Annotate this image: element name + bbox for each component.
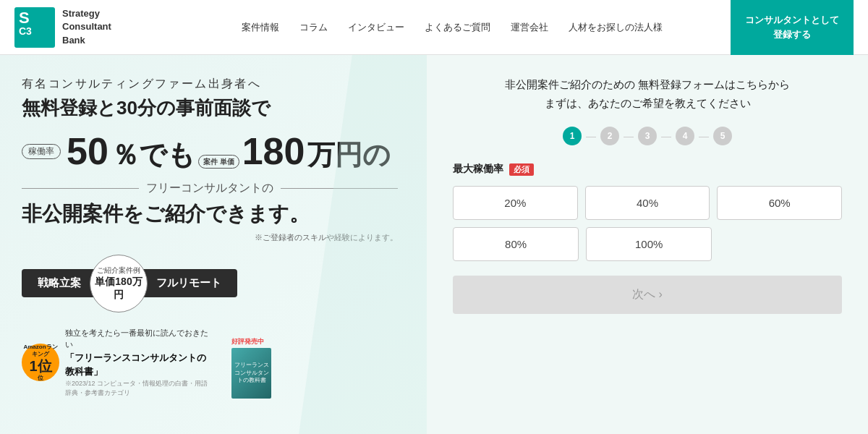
option-40[interactable]: 40% xyxy=(585,186,710,220)
step-4[interactable]: 4 xyxy=(676,127,694,145)
form-intro: 非公開案件ご紹介のための 無料登録フォームはこちらから まずは、あなたのご希望を… xyxy=(453,75,842,112)
option-buttons-row1: 20% 40% 60% xyxy=(453,186,842,220)
book-note: ※2023/12 コンピュータ・情報処理の白書・用語辞典・参考書カテゴリ xyxy=(65,379,210,399)
logo[interactable]: S C3 Strategy Consultant Bank xyxy=(14,7,174,48)
hero-numbers: 50 ％でも 案件 単価 180 万円の xyxy=(67,129,391,174)
book-intro: 独立を考えたら一番最初に読んでおきたい 「フリーランスコンサルタントの教科書」 … xyxy=(65,327,210,399)
step-2[interactable]: 2 xyxy=(600,127,619,145)
step-dash-1: — xyxy=(586,130,596,142)
step-5[interactable]: 5 xyxy=(713,127,732,145)
header-cta-button[interactable]: コンサルタントとして 登録する xyxy=(731,0,854,55)
hero-tagline-top: 有名コンサルティングファーム出身者へ xyxy=(22,77,398,92)
required-badge: 必須 xyxy=(509,163,534,176)
option-20[interactable]: 20% xyxy=(453,186,578,220)
option-60[interactable]: 60% xyxy=(717,186,842,220)
book-title: 「フリーランスコンサルタントの教科書」 xyxy=(65,351,210,379)
hero-utilization-num: 50 xyxy=(67,129,109,173)
step-dash-2: — xyxy=(624,130,634,142)
book-thumb-text: フリーランス コンサルタントの教科書 xyxy=(234,362,269,384)
amazon-badge: Amazonランキング 1位 位 独立を考えたら一番最初に読んでおきたい 「フリ… xyxy=(22,327,210,399)
badge-remote[interactable]: フルリモート xyxy=(140,269,237,297)
hero-unit-price: 万円の xyxy=(307,137,391,174)
form-field-label: 最大稼働率 必須 xyxy=(453,163,842,176)
badge-case-example: ご紹介案件例 単価180万円 xyxy=(90,255,148,312)
badge-overlap-price: 単価180万円 xyxy=(90,275,147,301)
amazon-rank-suffix: 位 xyxy=(38,375,43,382)
next-button[interactable]: 次へ › xyxy=(453,276,842,314)
nav-cases[interactable]: 案件情報 xyxy=(242,21,279,34)
form-section: 非公開案件ご紹介のための 無料登録フォームはこちらから まずは、あなたのご希望を… xyxy=(427,55,868,434)
field-label-text: 最大稼働率 xyxy=(453,163,503,176)
hero-highlight-row: 稼働率 50 ％でも 案件 単価 180 万円の xyxy=(22,129,398,174)
option-80[interactable]: 80% xyxy=(453,227,579,261)
svg-text:S: S xyxy=(19,9,30,27)
book-intro-text: 独立を考えたら一番最初に読んでおきたい xyxy=(65,328,208,349)
logo-icon: S C3 xyxy=(14,7,55,48)
main-content: 有名コンサルティングファーム出身者へ 無料登録と30分の事前面談で 稼働率 50… xyxy=(0,55,868,434)
header: S C3 Strategy Consultant Bank 案件情報 コラム イ… xyxy=(0,0,868,55)
hero-divider: フリーコンサルタントの xyxy=(22,181,398,196)
main-nav: 案件情報 コラム インタビュー よくあるご質問 運営会社 人材をお探しの法人様 xyxy=(174,21,731,34)
bottom-promo-row: Amazonランキング 1位 位 独立を考えたら一番最初に読んでおきたい 「フリ… xyxy=(22,327,398,399)
amazon-rank-num: 1位 xyxy=(29,357,51,375)
hero-divider-label: フリーコンサルタントの xyxy=(146,181,273,196)
badge-strategy[interactable]: 戦略立案 xyxy=(22,269,97,297)
badge-overlap-label: ご紹介案件例 xyxy=(97,265,140,275)
hero-tagline-big: 非公開案件をご紹介できます。 xyxy=(22,200,398,228)
step-dash-3: — xyxy=(661,130,671,142)
step-indicators: 1 — 2 — 3 — 4 — 5 xyxy=(453,127,842,145)
nav-company[interactable]: 運営会社 xyxy=(511,21,548,34)
hero-section: 有名コンサルティングファーム出身者へ 無料登録と30分の事前面談で 稼働率 50… xyxy=(0,55,427,434)
badge-case: 案件 単価 xyxy=(198,155,239,169)
hero-badges-row: 戦略立案 ご紹介案件例 単価180万円 フルリモート xyxy=(22,255,398,312)
hero-percent: ％でも xyxy=(111,137,195,174)
option-100[interactable]: 100% xyxy=(586,227,712,261)
nav-interview[interactable]: インタビュー xyxy=(348,21,404,34)
badge-utilization: 稼働率 xyxy=(22,144,61,159)
amazon-category: Amazonランキング xyxy=(22,344,59,357)
book-thumbnail: フリーランス コンサルタントの教科書 xyxy=(231,348,271,399)
book-promo-text: 独立を考えたら一番最初に読んでおきたい 「フリーランスコンサルタントの教科書」 … xyxy=(65,327,210,399)
hero-price-num: 180 xyxy=(242,129,305,173)
hero-note: ※ご登録者のスキルや経験によります。 xyxy=(22,232,398,243)
hero-tagline-main: 無料登録と30分の事前面談で xyxy=(22,96,398,121)
nav-faq[interactable]: よくあるご質問 xyxy=(425,21,490,34)
badge-case-inner: ご紹介案件例 単価180万円 xyxy=(90,255,148,312)
nav-column[interactable]: コラム xyxy=(299,21,328,34)
step-1[interactable]: 1 xyxy=(563,127,582,145)
svg-text:C3: C3 xyxy=(19,25,32,37)
step-3[interactable]: 3 xyxy=(638,127,657,145)
nav-corporate[interactable]: 人材をお探しの法人様 xyxy=(569,21,663,34)
option-buttons-row2: 80% 100% xyxy=(453,227,712,261)
step-dash-4: — xyxy=(699,130,709,142)
amazon-rank-badge: Amazonランキング 1位 位 xyxy=(22,344,59,381)
logo-text: Strategy Consultant Bank xyxy=(62,7,111,47)
